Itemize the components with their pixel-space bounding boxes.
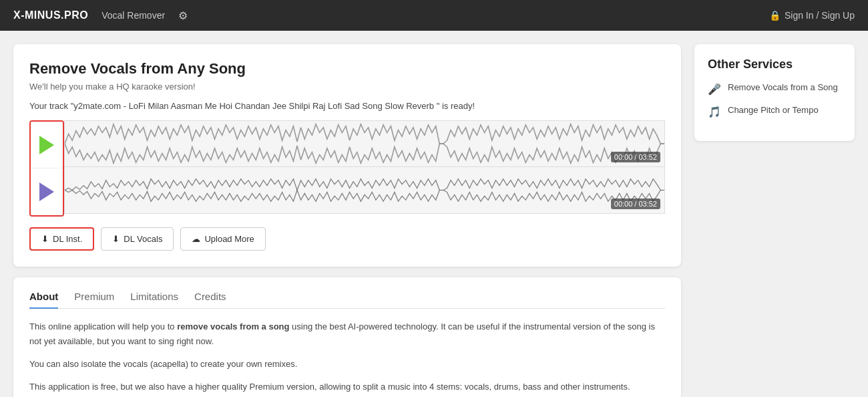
gear-icon[interactable]: ⚙ [178,9,188,22]
about-paragraph-1: This online application will help you to… [29,319,665,349]
dl-vocals-button[interactable]: ⬇ DL Vocals [101,227,174,251]
action-buttons: ⬇ DL Inst. ⬇ DL Vocals ☁ Upload More [29,227,665,251]
play-purple-icon [39,182,54,201]
sidebar-item-remove-vocals[interactable]: 🎤 Remove Vocals from a Song [708,82,841,96]
lock-icon: 🔒 [769,10,781,21]
tab-limitations[interactable]: Limitations [130,291,178,308]
sidebar-title: Other Services [708,57,841,72]
download-inst-icon: ⬇ [41,234,49,244]
tab-credits[interactable]: Credits [194,291,226,308]
sidebar-card: Other Services 🎤 Remove Vocals from a So… [694,44,855,141]
header: X-MINUS.PRO Vocal Remover ⚙ 🔒 Sign In / … [0,0,868,31]
waveforms: // Will be drawn via inline rects 00:00 … [64,120,665,217]
upload-more-label: Upload More [204,234,254,244]
track-ready-text: Your track "y2mate.com - LoFi Milan Aasm… [29,101,665,111]
microphone-icon: 🎤 [708,83,721,96]
tab-about[interactable]: About [29,291,58,309]
site-logo[interactable]: X-MINUS.PRO [13,9,88,21]
about-card: About Premium Limitations Credits This o… [13,277,681,397]
play-vocals-button[interactable] [31,168,63,215]
play-green-icon [39,136,54,154]
about-paragraph-2: You can also isolate the vocals (acapell… [29,357,665,372]
about-paragraph-3: This application is free, but we also ha… [29,380,665,394]
sidebar: Other Services 🎤 Remove Vocals from a So… [694,44,855,397]
page-subtitle: We'll help you make a HQ karaoke version… [29,82,665,92]
instrumental-waveform-svg: // Will be drawn via inline rects [65,121,664,166]
play-instrumental-button[interactable] [31,122,63,168]
dl-vocals-label: DL Vocals [124,234,162,244]
page-title: Remove Vocals from Any Song [29,60,665,78]
sidebar-item-remove-vocals-label: Remove Vocals from a Song [728,82,838,92]
dl-inst-label: DL Inst. [53,234,82,244]
download-vocals-icon: ⬇ [112,234,120,244]
main-card: Remove Vocals from Any Song We'll help y… [13,44,681,267]
sign-in-label: Sign In / Sign Up [785,10,855,21]
vocals-waveform: 00:00 / 03:52 [64,167,665,214]
content-left: Remove Vocals from Any Song We'll help y… [13,44,681,397]
instrumental-waveform: // Will be drawn via inline rects 00:00 … [64,120,665,167]
instrumental-time: 00:00 / 03:52 [611,152,660,162]
sidebar-item-pitch-tempo[interactable]: 🎵 Change Pitch or Tempo [708,105,841,118]
header-left: X-MINUS.PRO Vocal Remover ⚙ [13,9,188,22]
dl-inst-button[interactable]: ⬇ DL Inst. [29,227,94,251]
upload-icon: ☁ [192,234,200,244]
vocals-waveform-svg [65,167,664,213]
pitch-tempo-icon: 🎵 [708,106,721,118]
waveform-container: // Will be drawn via inline rects 00:00 … [29,120,665,217]
about-text: This online application will help you to… [29,319,665,394]
vocals-time: 00:00 / 03:52 [611,198,660,209]
sidebar-item-pitch-tempo-label: Change Pitch or Tempo [728,105,819,115]
tab-premium[interactable]: Premium [74,291,114,308]
main-layout: Remove Vocals from Any Song We'll help y… [0,31,868,397]
sign-in-button[interactable]: 🔒 Sign In / Sign Up [769,10,855,21]
upload-more-button[interactable]: ☁ Upload More [180,227,265,251]
vocal-remover-nav[interactable]: Vocal Remover [101,10,165,21]
play-buttons-group [29,120,64,217]
tabs-row: About Premium Limitations Credits [29,291,665,309]
